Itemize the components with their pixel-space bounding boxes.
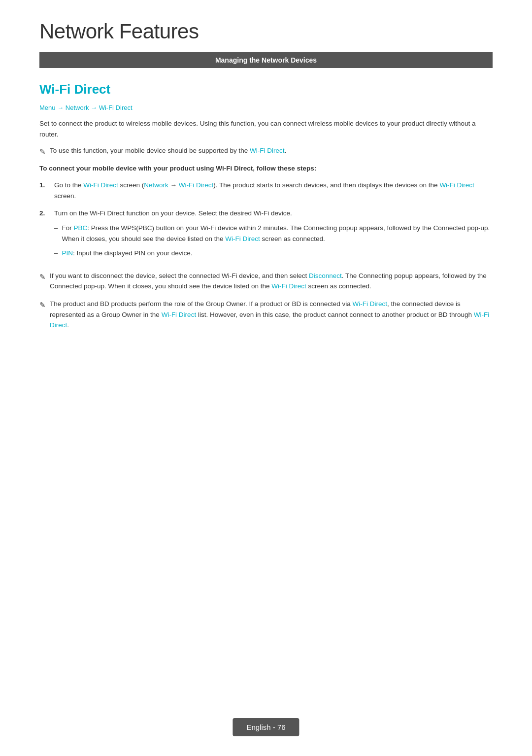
note3-wifidirect-link3[interactable]: Wi-Fi Direct: [50, 311, 489, 329]
disconnect-link[interactable]: Disconnect: [309, 272, 342, 279]
note3-icon: ✎: [39, 299, 46, 311]
sub-item-pbc-text: For PBC: Press the WPS(PBC) button on yo…: [62, 223, 493, 244]
section-title: Wi-Fi Direct: [39, 82, 493, 97]
note3-text: The product and BD products perform the …: [50, 299, 493, 331]
breadcrumb-menu: Menu: [39, 104, 56, 111]
sub-item-pin-text: PIN: Input the displayed PIN on your dev…: [62, 248, 193, 259]
breadcrumb-arrow2: →: [89, 104, 99, 111]
page-container: Network Features Managing the Network De…: [0, 0, 532, 387]
step1-link1[interactable]: Wi-Fi Direct: [83, 181, 118, 189]
sub-list: – For PBC: Press the WPS(PBC) button on …: [54, 223, 493, 259]
note2-wifidirect-link[interactable]: Wi-Fi Direct: [271, 282, 306, 290]
note3-block: ✎ The product and BD products perform th…: [39, 299, 493, 331]
breadcrumb-arrow1: →: [56, 104, 66, 111]
sub-item-pin: – PIN: Input the displayed PIN on your d…: [54, 248, 493, 259]
note2-icon: ✎: [39, 271, 46, 283]
intro-paragraph: Set to connect the product to wireless m…: [39, 118, 493, 139]
sub-item-pbc: – For PBC: Press the WPS(PBC) button on …: [54, 223, 493, 244]
step1-link3[interactable]: Wi-Fi Direct: [179, 181, 214, 189]
step-1-content: Go to the Wi-Fi Direct screen (Network →…: [54, 180, 493, 201]
note3-wifidirect-link2[interactable]: Wi-Fi Direct: [162, 311, 197, 318]
page-title: Network Features: [39, 20, 493, 43]
note1-text: To use this function, your mobile device…: [50, 145, 286, 156]
note3-wifidirect-link1[interactable]: Wi-Fi Direct: [353, 300, 388, 308]
instruction-heading: To connect your mobile device with your …: [39, 165, 493, 172]
breadcrumb-wifi-direct: Wi-Fi Direct: [99, 104, 133, 111]
breadcrumb-network: Network: [66, 104, 89, 111]
step-2: 2. Turn on the Wi-Fi Direct function on …: [39, 208, 493, 262]
section-header: Managing the Network Devices: [39, 52, 493, 68]
pin-link[interactable]: PIN: [62, 249, 73, 257]
step-1-number: 1.: [39, 180, 49, 191]
note2-text: If you want to disconnect the device, se…: [50, 271, 493, 292]
note1-line: ✎ To use this function, your mobile devi…: [39, 145, 493, 158]
footer-badge: English - 76: [233, 718, 299, 736]
step-2-content: Turn on the Wi-Fi Direct function on you…: [54, 208, 493, 262]
step-2-number: 2.: [39, 208, 49, 219]
breadcrumb: Menu → Network → Wi-Fi Direct: [39, 104, 493, 111]
note1-icon: ✎: [39, 146, 46, 158]
step1-link2[interactable]: Network: [144, 181, 168, 189]
sub-bullet-1: –: [54, 223, 58, 234]
pbc-link[interactable]: PBC: [74, 224, 88, 232]
sub-bullet-2: –: [54, 248, 58, 259]
steps-list: 1. Go to the Wi-Fi Direct screen (Networ…: [39, 180, 493, 263]
step-1: 1. Go to the Wi-Fi Direct screen (Networ…: [39, 180, 493, 201]
note2-block: ✎ If you want to disconnect the device, …: [39, 271, 493, 292]
step1-link4[interactable]: Wi-Fi Direct: [439, 181, 474, 189]
pbc-wifidirect-link[interactable]: Wi-Fi Direct: [225, 235, 260, 242]
note1-link[interactable]: Wi-Fi Direct: [250, 147, 285, 154]
